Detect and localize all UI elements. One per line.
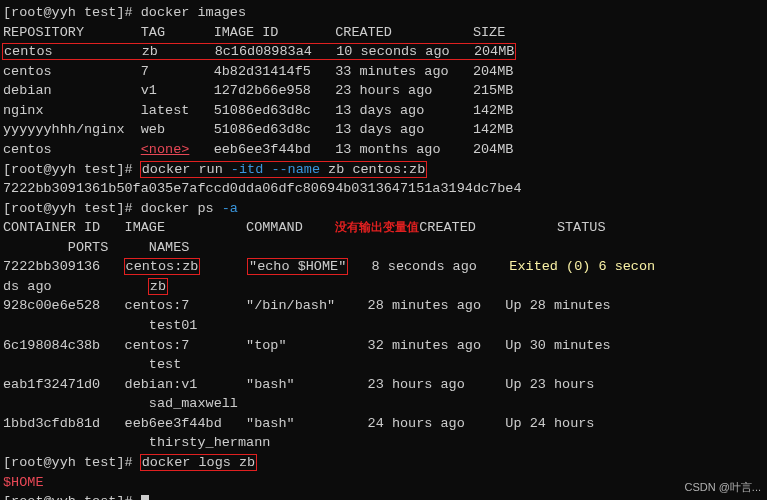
prompt: [root@yyh test]#	[3, 494, 133, 500]
image-row: centos <none> eeb6ee3f44bd 13 months ago…	[3, 142, 513, 157]
cmd-docker-ps: docker ps	[141, 201, 222, 216]
annotation-text: 没有输出变量值	[335, 220, 419, 234]
ps-row-wrap: thirsty_hermann	[3, 435, 270, 450]
ps-row-wrap: test01	[3, 318, 197, 333]
highlight-box-name: zb	[148, 278, 168, 295]
none-tag: <none>	[141, 142, 190, 157]
highlight-box-run-cmd: docker run -itd --name zb centos:zb	[140, 161, 428, 178]
cursor[interactable]	[141, 495, 149, 500]
ps-row: eab1f32471d0 debian:v1 "bash" 23 hours a…	[3, 377, 594, 392]
ps-row-wrap: test	[3, 357, 181, 372]
highlight-box-image: centos:zb	[124, 258, 201, 275]
highlight-box-command: "echo $HOME"	[247, 258, 348, 275]
prompt: [root@yyh test]#	[3, 201, 133, 216]
prompt: [root@yyh test]#	[3, 162, 133, 177]
ps-row: 928c00e6e528 centos:7 "/bin/bash" 28 min…	[3, 298, 611, 313]
watermark: CSDN @叶言...	[684, 480, 761, 496]
image-row: debian v1 127d2b66e958 23 hours ago 215M…	[3, 83, 513, 98]
ps-header-wrap: PORTS NAMES	[3, 240, 189, 255]
cmd-docker-images: docker images	[141, 5, 246, 20]
ps-row-wrap: ds ago zb	[3, 279, 167, 294]
image-row: yyyyyyhhh/nginx web 51086ed63d8c 13 days…	[3, 122, 513, 137]
ps-row: 7222bb309136 centos:zb "echo $HOME" 8 se…	[3, 259, 655, 274]
highlight-box-image-row: centos zb 8c16d08983a4 10 seconds ago 20…	[2, 43, 516, 60]
prompt: [root@yyh test]#	[3, 5, 133, 20]
logs-output: $HOME	[3, 475, 44, 490]
terminal-output: [root@yyh test]# docker images REPOSITOR…	[3, 3, 764, 500]
highlight-box-logs-cmd: docker logs zb	[140, 454, 257, 471]
ps-row: 1bbd3cfdb81d eeb6ee3f44bd "bash" 24 hour…	[3, 416, 594, 431]
image-row: nginx latest 51086ed63d8c 13 days ago 14…	[3, 103, 513, 118]
ps-row-wrap: sad_maxwell	[3, 396, 238, 411]
ps-row: 6c198084c38b centos:7 "top" 32 minutes a…	[3, 338, 611, 353]
run-output: 7222bb3091361b50fa035e7afccd0dda06dfc806…	[3, 181, 521, 196]
ps-header: CONTAINER ID IMAGE COMMAND 没有输出变量值CREATE…	[3, 220, 606, 235]
prompt: [root@yyh test]#	[3, 455, 133, 470]
image-row: centos 7 4b82d31414f5 33 minutes ago 204…	[3, 64, 513, 79]
images-header: REPOSITORY TAG IMAGE ID CREATED SIZE	[3, 25, 505, 40]
